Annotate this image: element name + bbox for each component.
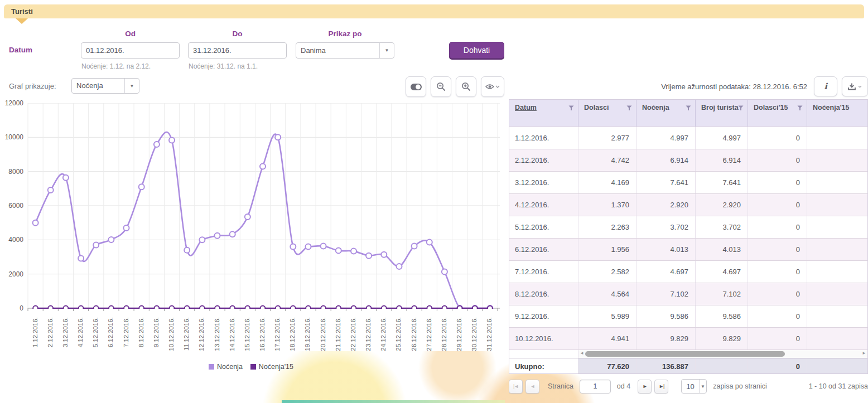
info-icon: i <box>824 81 827 91</box>
download-icon <box>848 83 856 90</box>
x-tick-label: 19.12.2016. <box>304 317 311 351</box>
table-row[interactable]: 4.12.2016.1.3702.9202.9200 <box>509 193 868 216</box>
table-row[interactable]: 2.12.2016.4.7426.9146.9140 <box>509 149 868 171</box>
last-page-button[interactable]: ►| <box>654 380 668 394</box>
decorative-footer-strip <box>282 400 505 403</box>
stranica-label: Stranica <box>548 382 573 390</box>
table-row[interactable]: 6.12.2016.1.9564.0134.0130 <box>509 238 868 260</box>
x-tick-label: 23.12.2016. <box>365 317 372 351</box>
prikaz-po-select[interactable]: Danima ▼ <box>296 42 394 59</box>
chart-plot-area[interactable] <box>26 103 502 315</box>
x-tick-label: 1.12.2016. <box>32 317 38 347</box>
table-cell: 0 <box>748 172 807 193</box>
table-cell: 2.12.2016. <box>509 149 578 171</box>
filter-icon[interactable] <box>797 105 803 111</box>
accordion-title: Turisti <box>11 7 33 16</box>
page-number-input[interactable] <box>580 380 611 394</box>
prikaz-po-label: Prikaz po <box>296 30 394 38</box>
date-from-input[interactable] <box>81 43 180 58</box>
zoom-in-button[interactable] <box>456 76 476 97</box>
x-tick-label: 27.12.2016. <box>426 317 432 351</box>
page-size-value: 10 <box>682 380 698 393</box>
od-label: Od <box>81 30 180 38</box>
x-tick-label: 9.12.2016. <box>153 317 160 347</box>
table-row[interactable]: 9.12.2016.5.9899.5869.5860 <box>509 305 868 327</box>
table-cell: 4.742 <box>578 149 636 171</box>
x-tick-label: 7.12.2016. <box>123 317 129 347</box>
table-cell: 7.641 <box>636 172 696 193</box>
export-button[interactable] <box>842 76 868 96</box>
table-cell <box>807 127 868 149</box>
info-button[interactable]: i <box>814 76 837 96</box>
scroll-left-icon[interactable]: ◄ <box>580 351 584 356</box>
column-header-1[interactable]: Dolasci <box>578 100 636 127</box>
scroll-right-icon[interactable]: ► <box>862 351 866 356</box>
y-tick-label: 8000 <box>0 168 23 176</box>
chart-legend[interactable]: NoćenjaNoćenja'15 <box>0 363 502 371</box>
table-cell: 0 <box>748 328 807 349</box>
column-header-5[interactable]: Noćenja'15 <box>807 100 868 127</box>
column-header-2[interactable]: Noćenja <box>636 100 696 127</box>
dohvati-button[interactable]: Dohvati <box>449 42 504 59</box>
date-to-hint: Noćenje: 31.12. na 1.1. <box>189 62 258 70</box>
table-cell: 4.697 <box>636 261 696 283</box>
table-row[interactable]: 3.12.2016.4.1697.6417.6410 <box>509 171 868 193</box>
column-header-4[interactable]: Dolasci'15 <box>748 100 807 127</box>
previous-page-button[interactable]: ◄ <box>525 380 539 394</box>
graf-prikazuje-select[interactable]: Noćenja ▼ <box>71 78 139 94</box>
chevron-down-icon: ▼ <box>379 43 394 58</box>
filter-icon[interactable] <box>626 105 632 111</box>
table-cell: 4.12.2016. <box>509 194 578 216</box>
visibility-menu-button[interactable] <box>481 76 504 97</box>
table-cell <box>807 283 868 305</box>
next-page-button[interactable]: ► <box>638 380 652 394</box>
table-row[interactable]: 8.12.2016.4.5647.1027.1020 <box>509 283 868 305</box>
pagination-bar: |◄ ◄ Stranica od 4 ► ►| 10 ▼ zapisa po s… <box>509 379 868 394</box>
table-cell: 3.702 <box>696 216 748 238</box>
date-to-group <box>188 42 287 59</box>
table-row[interactable]: 5.12.2016.2.2633.7023.7020 <box>509 216 868 238</box>
table-cell: 0 <box>748 239 807 260</box>
x-tick-label: 16.12.2016. <box>259 317 266 351</box>
scrollbar-thumb[interactable] <box>585 351 785 357</box>
table-cell: 4.013 <box>696 239 748 260</box>
x-tick-label: 8.12.2016. <box>138 317 144 347</box>
totals-label: Ukupno: <box>509 358 578 373</box>
x-tick-label: 18.12.2016. <box>289 317 296 351</box>
table-row[interactable]: 7.12.2016.2.5824.6974.6970 <box>509 260 868 283</box>
column-header-3[interactable]: Broj turista <box>696 100 748 127</box>
first-page-button[interactable]: |◄ <box>509 380 523 394</box>
date-to-input[interactable] <box>189 43 287 58</box>
x-tick-label: 20.12.2016. <box>320 317 326 351</box>
table-cell: 6.914 <box>696 149 748 171</box>
table-cell: 7.102 <box>696 283 748 305</box>
chart-canvas <box>26 103 502 315</box>
filter-icon[interactable] <box>738 105 744 111</box>
table-cell <box>807 172 868 193</box>
zoom-out-button[interactable] <box>431 76 451 97</box>
table-cell: 6.12.2016. <box>509 239 578 260</box>
x-tick-label: 14.12.2016. <box>229 317 235 351</box>
toggle-series-button[interactable] <box>406 76 426 97</box>
table-cell: 2.977 <box>578 127 636 149</box>
x-tick-label: 15.12.2016. <box>244 317 250 351</box>
filter-icon[interactable] <box>686 105 691 111</box>
table-cell: 4.997 <box>636 127 696 149</box>
accordion-header-turisti[interactable]: Turisti <box>4 4 864 18</box>
page-size-select[interactable]: 10 ▼ <box>681 379 707 394</box>
legend-item[interactable]: Noćenja <box>209 363 243 371</box>
totals-cell: 77.620 <box>578 358 636 373</box>
column-header-0[interactable]: Datum <box>509 100 578 127</box>
table-cell: 4.564 <box>578 283 636 305</box>
table-row[interactable]: 1.12.2016.2.9774.9974.9970 <box>509 127 868 149</box>
legend-label: Noćenja <box>217 363 243 371</box>
legend-item[interactable]: Noćenja'15 <box>250 363 293 371</box>
date-from-group <box>81 42 180 59</box>
table-cell <box>807 261 868 283</box>
table-header-row: DatumDolasciNoćenjaBroj turistaDolasci'1… <box>509 100 868 127</box>
filter-icon[interactable] <box>568 105 574 111</box>
scrollbar-track[interactable]: ◄ ► <box>578 350 867 358</box>
table-row[interactable]: 10.12.2016.4.9419.8299.8290 <box>509 327 868 349</box>
table-cell <box>807 149 868 171</box>
line-chart: 020004000600080001000012000 1.12.2016.2.… <box>0 103 508 382</box>
